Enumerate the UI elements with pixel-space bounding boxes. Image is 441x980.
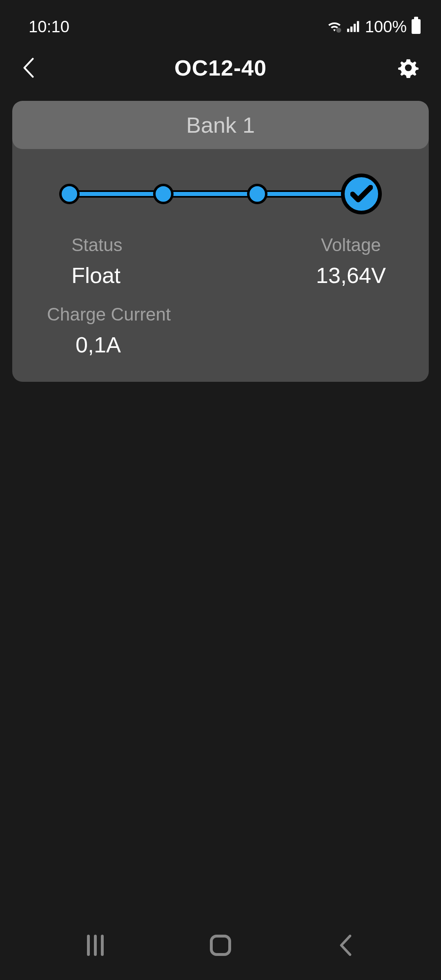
voltage-metric: Voltage 13,64V bbox=[316, 235, 386, 288]
wifi-icon bbox=[327, 20, 342, 33]
voltage-value: 13,64V bbox=[316, 263, 386, 288]
nav-back-chevron-icon bbox=[339, 935, 353, 956]
signal-icon bbox=[347, 21, 360, 32]
bank-card[interactable]: Bank 1 Status Float bbox=[12, 101, 429, 382]
voltage-label: Voltage bbox=[316, 235, 386, 255]
charge-progress bbox=[59, 178, 382, 210]
status-label: Status bbox=[71, 235, 122, 255]
settings-button[interactable] bbox=[394, 56, 419, 80]
app-header: OC12-40 bbox=[0, 39, 441, 101]
svg-point-0 bbox=[336, 28, 341, 33]
svg-rect-3 bbox=[354, 24, 356, 32]
gear-icon bbox=[398, 58, 419, 78]
charge-current-value: 0,1A bbox=[76, 332, 394, 357]
battery-icon bbox=[412, 19, 421, 34]
metrics-row: Status Float Voltage 13,64V bbox=[47, 235, 394, 288]
bank-title: Bank 1 bbox=[12, 112, 429, 138]
system-nav-bar bbox=[0, 911, 441, 980]
status-value: Float bbox=[71, 263, 122, 288]
charge-current-metric: Charge Current 0,1A bbox=[47, 304, 394, 357]
bank-card-header: Bank 1 bbox=[12, 101, 429, 149]
svg-point-5 bbox=[405, 65, 412, 71]
progress-node-2 bbox=[153, 184, 174, 204]
progress-node-3 bbox=[247, 184, 267, 204]
progress-nodes bbox=[59, 174, 382, 214]
svg-rect-2 bbox=[350, 27, 352, 32]
status-metric: Status Float bbox=[71, 235, 122, 288]
status-bar: 10:10 100% bbox=[0, 0, 441, 39]
page-title: OC12-40 bbox=[174, 55, 267, 80]
svg-rect-1 bbox=[347, 29, 349, 32]
status-battery-percent: 100% bbox=[365, 18, 407, 36]
bank-card-body: Status Float Voltage 13,64V Charge Curre… bbox=[12, 149, 429, 382]
progress-node-complete bbox=[341, 174, 382, 214]
nav-recents-button[interactable] bbox=[79, 929, 111, 962]
back-chevron-icon bbox=[22, 58, 35, 78]
checkmark-icon bbox=[350, 185, 373, 203]
back-button[interactable] bbox=[22, 56, 47, 80]
nav-back-button[interactable] bbox=[330, 929, 362, 962]
nav-home-button[interactable] bbox=[204, 929, 237, 962]
charge-current-label: Charge Current bbox=[47, 304, 394, 325]
home-icon bbox=[210, 935, 231, 956]
progress-node-1 bbox=[59, 184, 80, 204]
status-right: 100% bbox=[327, 18, 421, 36]
recents-icon bbox=[87, 935, 104, 956]
status-time: 10:10 bbox=[29, 18, 69, 36]
svg-rect-4 bbox=[357, 21, 359, 32]
